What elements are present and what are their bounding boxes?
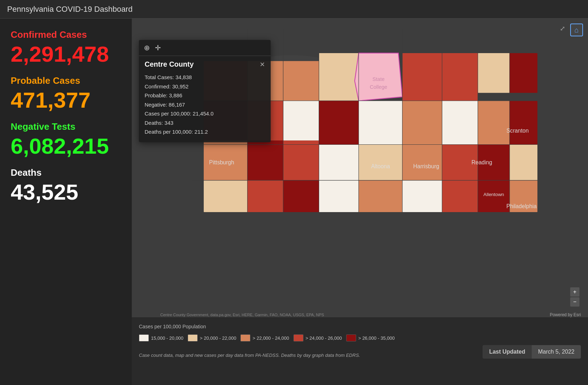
- popup-negative: Negative: 86,167: [145, 100, 265, 109]
- probable-cases-label: Probable Cases: [11, 75, 121, 86]
- svg-rect-24: [248, 140, 283, 180]
- deaths-label: Deaths: [11, 167, 121, 178]
- attribution-text: Centre County Government, data.pa.gov, E…: [160, 313, 324, 317]
- popup-confirmed: Confirmed: 30,952: [145, 82, 265, 91]
- popup-toolbar: ⊕ ✛: [139, 40, 271, 56]
- svg-text:State: State: [373, 76, 385, 82]
- svg-rect-34: [283, 180, 319, 212]
- legend-item: > 26,000 - 35,000: [346, 334, 395, 342]
- bottom-row: Case count data, map and new cases per d…: [139, 345, 581, 359]
- legend-item: > 22,000 - 24,000: [240, 334, 289, 342]
- svg-text:Pittsburgh: Pittsburgh: [209, 159, 234, 165]
- home-button[interactable]: ⌂: [570, 24, 583, 36]
- legend-item-label: > 26,000 - 35,000: [358, 335, 395, 341]
- svg-rect-26: [319, 144, 359, 180]
- map-attribution: Centre County Government, data.pa.gov, E…: [160, 312, 581, 317]
- svg-rect-33: [248, 180, 283, 212]
- svg-text:Philadelphia: Philadelphia: [506, 203, 537, 209]
- svg-rect-11: [319, 53, 359, 101]
- last-updated-label: Last Updated: [483, 345, 531, 359]
- negative-tests-block: Negative Tests 6,082,215: [11, 121, 121, 157]
- sidebar: Confirmed Cases 2,291,478 Probable Cases…: [0, 19, 132, 385]
- page-title: Pennsylvania COVID-19 Dashboard: [7, 5, 132, 14]
- legend-swatch: [188, 334, 198, 342]
- popup-header: Centre County ✕: [139, 56, 271, 71]
- svg-rect-37: [402, 180, 442, 212]
- popup-total-cases: Total Cases: 34,838: [145, 73, 265, 82]
- svg-rect-15: [402, 53, 442, 101]
- legend-swatch: [240, 334, 250, 342]
- popup-probable: Probable: 3,886: [145, 91, 265, 100]
- svg-text:Allentown: Allentown: [483, 192, 504, 197]
- map-area[interactable]: Pittsburgh Altoona Harrisburg Reading Sc…: [132, 19, 588, 385]
- popup-cases-per-100k: Cases per 100,000: 21,454.0: [145, 109, 265, 118]
- svg-rect-36: [359, 180, 402, 212]
- legend-item: 15,000 - 20,000: [139, 334, 183, 342]
- svg-rect-19: [510, 53, 537, 93]
- popup-close-button[interactable]: ✕: [260, 61, 265, 68]
- confirmed-cases-block: Confirmed Cases 2,291,478: [11, 29, 121, 65]
- negative-tests-value: 6,082,215: [11, 135, 121, 157]
- zoom-controls: + −: [570, 287, 579, 307]
- svg-text:Harrisburg: Harrisburg: [413, 163, 439, 169]
- last-updated-block: Last Updated March 5, 2022: [483, 345, 581, 359]
- legend-area: Cases per 100,000 Population 15,000 - 20…: [132, 317, 588, 385]
- popup-deaths: Deaths: 343: [145, 118, 265, 128]
- county-popup: ⊕ ✛ Centre County ✕ Total Cases: 34,838 …: [139, 40, 271, 142]
- svg-rect-14: [359, 101, 402, 145]
- legend-item-label: 15,000 - 20,000: [151, 335, 183, 341]
- legend-item-label: > 22,000 - 24,000: [253, 335, 289, 341]
- svg-rect-16: [402, 101, 442, 145]
- zoom-in-button[interactable]: +: [570, 287, 579, 297]
- zoom-tool-icon[interactable]: ⊕: [144, 43, 150, 52]
- svg-text:College: College: [370, 84, 387, 90]
- negative-tests-label: Negative Tests: [11, 121, 121, 132]
- svg-rect-20: [442, 101, 478, 145]
- legend-swatch: [139, 334, 149, 342]
- svg-text:Scranton: Scranton: [506, 128, 529, 134]
- popup-content: Total Cases: 34,838 Confirmed: 30,952 Pr…: [139, 71, 271, 142]
- svg-rect-10: [283, 101, 319, 141]
- last-updated-value: March 5, 2022: [532, 345, 581, 359]
- svg-rect-22: [510, 101, 537, 145]
- legend-item-label: > 24,000 - 26,000: [306, 335, 342, 341]
- deaths-block: Deaths 43,525: [11, 167, 121, 203]
- popup-deaths-per-100k: Deaths per 100,000: 211.2: [145, 127, 265, 137]
- popup-title: Centre County: [145, 60, 194, 68]
- legend-swatch: [293, 334, 303, 342]
- legend-items: 15,000 - 20,000> 20,000 - 22,000> 22,000…: [139, 334, 581, 342]
- move-tool-icon[interactable]: ✛: [155, 43, 161, 52]
- svg-rect-32: [204, 180, 248, 212]
- svg-rect-18: [478, 53, 510, 93]
- powered-by: Powered by Esri: [550, 312, 581, 317]
- fullscreen-button[interactable]: ⤢: [557, 24, 567, 34]
- legend-item: > 24,000 - 26,000: [293, 334, 342, 342]
- confirmed-cases-label: Confirmed Cases: [11, 29, 121, 40]
- legend-title: Cases per 100,000 Population: [139, 324, 581, 329]
- svg-rect-31: [510, 144, 537, 180]
- svg-text:Reading: Reading: [472, 159, 492, 165]
- probable-cases-value: 471,377: [11, 89, 121, 111]
- svg-rect-38: [442, 180, 478, 212]
- fullscreen-icon: ⤢: [560, 25, 565, 32]
- svg-rect-13: [319, 101, 359, 145]
- svg-rect-28: [402, 144, 442, 180]
- svg-rect-17: [442, 53, 478, 101]
- svg-rect-27: [359, 144, 402, 180]
- confirmed-cases-value: 2,291,478: [11, 43, 121, 65]
- svg-rect-35: [319, 180, 359, 212]
- deaths-value: 43,525: [11, 181, 121, 203]
- svg-rect-9: [283, 61, 319, 101]
- legend-swatch: [346, 334, 356, 342]
- svg-rect-21: [478, 101, 510, 145]
- data-source-text: Case count data, map and new cases per d…: [139, 352, 360, 359]
- probable-cases-block: Probable Cases 471,377: [11, 75, 121, 111]
- legend-item: > 20,000 - 22,000: [188, 334, 236, 342]
- svg-rect-25: [283, 140, 319, 180]
- home-icon: ⌂: [574, 26, 579, 34]
- svg-text:Altoona: Altoona: [371, 163, 390, 169]
- legend-item-label: > 20,000 - 22,000: [200, 335, 236, 341]
- zoom-out-button[interactable]: −: [570, 297, 579, 307]
